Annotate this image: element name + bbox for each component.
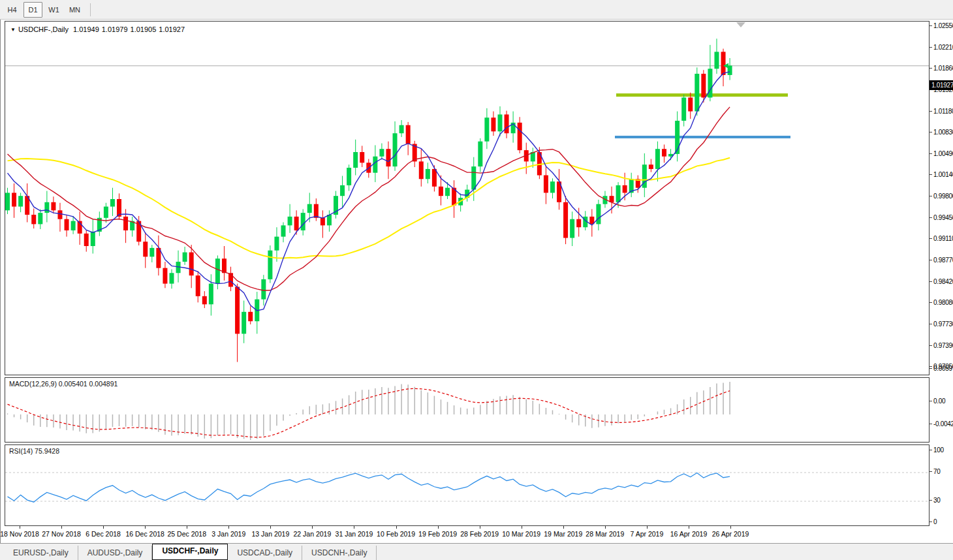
candle-body bbox=[681, 97, 686, 121]
candle-body bbox=[274, 237, 279, 251]
candle-body bbox=[360, 152, 364, 163]
price-axis[interactable]: 1.025501.022101.018601.015201.011801.008… bbox=[930, 20, 953, 543]
tab-usdchf[interactable]: USDCHF-,Daily bbox=[152, 544, 228, 560]
candle-body bbox=[261, 279, 266, 300]
candle-body bbox=[5, 193, 10, 210]
chart-area: ▼USDCHF-,Daily 1.019491.019791.019051.01… bbox=[0, 20, 953, 543]
date-tick bbox=[20, 526, 20, 529]
candle-body bbox=[505, 114, 509, 133]
macd-label: MACD(12,26,9) 0.005401 0.004891 bbox=[9, 380, 117, 388]
candle-body bbox=[419, 161, 424, 179]
ohlc-open: 1.01949 bbox=[73, 25, 99, 33]
price-tick-label: 1.02550 bbox=[930, 22, 953, 30]
candle-body bbox=[432, 169, 437, 187]
timeframe-h4-button[interactable]: H4 bbox=[3, 2, 22, 18]
tab-eurusd[interactable]: EURUSD-,Daily bbox=[4, 546, 78, 560]
chart-title: ▼USDCHF-,Daily 1.019491.019791.019051.01… bbox=[10, 25, 187, 33]
ohlc-high: 1.01979 bbox=[102, 25, 128, 33]
candle-body bbox=[57, 210, 62, 219]
candle-body bbox=[143, 241, 148, 257]
price-tick-label: 0.98420 bbox=[930, 278, 953, 286]
candle-body bbox=[340, 185, 345, 196]
candle-body bbox=[307, 204, 312, 213]
candle-body bbox=[320, 218, 325, 226]
candle-body bbox=[31, 215, 36, 224]
candle-body bbox=[379, 149, 384, 157]
candle-body bbox=[327, 215, 332, 225]
tab-usdcnh[interactable]: USDCNH-,Daily bbox=[302, 546, 377, 560]
candle-body bbox=[44, 202, 49, 213]
tab-usdcad[interactable]: USDCAD-,Daily bbox=[228, 546, 302, 560]
date-tick bbox=[270, 526, 271, 529]
date-tick bbox=[354, 526, 354, 529]
price-tick-label: 0.99450 bbox=[930, 214, 953, 222]
tab-audusd[interactable]: AUDUSD-,Daily bbox=[78, 546, 153, 560]
ma-fast-line bbox=[8, 72, 730, 311]
candle-body bbox=[721, 52, 726, 75]
candle-body bbox=[38, 213, 42, 224]
candle-body bbox=[570, 219, 574, 238]
candle-body bbox=[550, 181, 555, 193]
candle-body bbox=[242, 312, 246, 334]
date-tick bbox=[312, 526, 313, 529]
candle-body bbox=[248, 312, 253, 321]
macd-panel[interactable]: MACD(12,26,9) 0.005401 0.004891 bbox=[5, 377, 930, 443]
rsi-panel[interactable]: RSI(14) 75.9428 bbox=[5, 444, 930, 526]
candle-body bbox=[183, 253, 187, 262]
date-tick bbox=[61, 526, 62, 529]
symbol-dropdown-icon[interactable]: ▼ bbox=[10, 27, 16, 33]
chart-shift-icon[interactable] bbox=[736, 22, 745, 27]
candle-body bbox=[544, 176, 548, 193]
candle-body bbox=[563, 202, 568, 238]
candle-body bbox=[445, 188, 450, 196]
price-tick-label: 1.00830 bbox=[930, 129, 953, 136]
date-tick bbox=[187, 526, 187, 529]
candle-body bbox=[170, 273, 174, 283]
candle-body bbox=[268, 251, 272, 279]
candle-body bbox=[393, 133, 398, 166]
current-price-badge: 1.01927 bbox=[930, 80, 953, 90]
candle-body bbox=[701, 74, 706, 97]
candle-body bbox=[196, 275, 200, 296]
candle-body bbox=[426, 169, 430, 179]
price-tick-label: 0.99110 bbox=[930, 235, 953, 243]
candle-body bbox=[498, 114, 503, 131]
candle-body bbox=[110, 199, 115, 207]
candle-body bbox=[189, 253, 194, 276]
candle-body bbox=[518, 123, 522, 150]
candle-body bbox=[708, 69, 712, 97]
macd-tick-label: 0.00 bbox=[930, 397, 945, 405]
candle-body bbox=[123, 217, 128, 230]
candle-body bbox=[288, 217, 292, 225]
rsi-tick-label: 0 bbox=[930, 518, 937, 526]
candle-body bbox=[12, 193, 16, 206]
candle-body bbox=[294, 217, 299, 230]
timeframe-mn-button[interactable]: MN bbox=[65, 2, 84, 18]
candle-body bbox=[596, 204, 601, 225]
main-chart-panel[interactable]: ▼USDCHF-,Daily 1.019491.019791.019051.01… bbox=[5, 21, 930, 375]
candle-body bbox=[51, 202, 55, 210]
timeframe-d1-button[interactable]: D1 bbox=[23, 2, 42, 18]
macd-tick-label: 0.00597 bbox=[930, 365, 953, 373]
candle-body bbox=[209, 284, 213, 305]
candle-body bbox=[353, 152, 358, 168]
date-tick bbox=[730, 526, 731, 529]
candle-body bbox=[84, 234, 89, 246]
date-tick bbox=[228, 526, 229, 529]
symbol-label: USDCHF-,Daily bbox=[18, 25, 69, 33]
candle-body bbox=[65, 219, 69, 230]
date-axis[interactable]: 18 Nov 201827 Nov 20186 Dec 201816 Dec 2… bbox=[1, 526, 930, 543]
candle-body bbox=[439, 187, 443, 196]
support-line[interactable] bbox=[615, 136, 790, 138]
price-tick-label: 1.01180 bbox=[930, 108, 953, 116]
price-tick-label: 1.02210 bbox=[930, 44, 953, 52]
candle-body bbox=[347, 168, 351, 185]
candle-body bbox=[228, 273, 233, 287]
candle-body bbox=[576, 219, 581, 227]
candle-body bbox=[373, 157, 377, 173]
candle-body bbox=[478, 142, 482, 166]
timeframe-w1-button[interactable]: W1 bbox=[44, 2, 63, 18]
price-tick-label: 0.99800 bbox=[930, 193, 953, 200]
candle-body bbox=[399, 125, 404, 133]
candle-body bbox=[314, 204, 319, 218]
